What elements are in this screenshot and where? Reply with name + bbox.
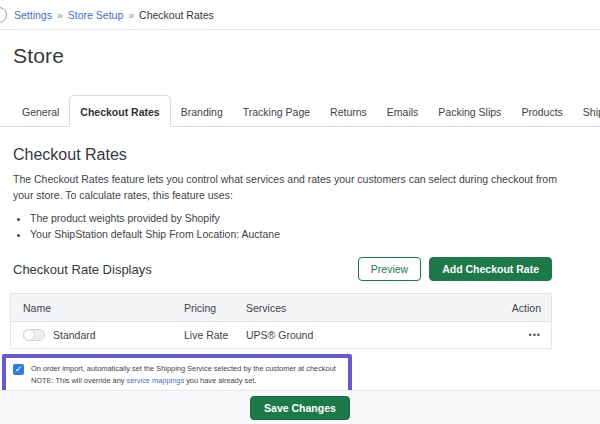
footer-bar: Save Changes <box>0 390 600 424</box>
note-suffix: you have already set. <box>184 376 256 385</box>
back-circle-icon[interactable] <box>0 7 7 23</box>
tab-checkout-rates[interactable]: Checkout Rates <box>69 95 170 127</box>
displays-heading: Checkout Rate Displays <box>13 262 152 277</box>
rate-enabled-toggle[interactable] <box>23 329 45 341</box>
rate-name: Standard <box>53 329 96 341</box>
rate-pricing: Live Rate <box>184 329 246 341</box>
tab-packing-slips[interactable]: Packing Slips <box>428 98 511 126</box>
column-header-pricing: Pricing <box>184 302 246 314</box>
displays-header-row: Checkout Rate Displays Preview Add Check… <box>10 257 552 281</box>
tab-shipping-services[interactable]: Shipping Services <box>573 98 600 126</box>
section-bullet-list: The product weights provided by Shopify … <box>30 210 600 242</box>
column-header-action: Action <box>481 302 541 314</box>
checkout-rates-table: Name Pricing Services Action Standard Li… <box>10 293 552 349</box>
note-prefix: NOTE: This will override any <box>31 376 127 385</box>
breadcrumb-separator: » <box>57 9 63 21</box>
tab-products[interactable]: Products <box>511 98 572 126</box>
rate-services: UPS® Ground <box>246 329 481 341</box>
breadcrumb-separator: » <box>128 9 134 21</box>
tab-returns[interactable]: Returns <box>320 98 377 126</box>
breadcrumb-store-setup[interactable]: Store Setup <box>68 9 123 21</box>
tab-tracking-page[interactable]: Tracking Page <box>233 98 320 126</box>
add-checkout-rate-button[interactable]: Add Checkout Rate <box>429 257 552 281</box>
bullet-ship-from-location: Your ShipStation default Ship From Locat… <box>30 226 600 242</box>
section-heading: Checkout Rates <box>13 146 600 164</box>
row-actions-menu-icon[interactable]: ••• <box>481 330 541 340</box>
auto-set-note: NOTE: This will override any service map… <box>31 375 336 387</box>
breadcrumb-current: Checkout Rates <box>139 9 214 21</box>
tab-general[interactable]: General <box>12 98 69 126</box>
auto-set-checkbox[interactable]: ✓ <box>13 364 24 375</box>
bullet-product-weights: The product weights provided by Shopify <box>30 210 600 226</box>
tab-branding[interactable]: Branding <box>171 98 233 126</box>
page-title: Store <box>13 44 600 68</box>
auto-set-label: On order import, automatically set the S… <box>31 363 336 375</box>
table-row: Standard Live Rate UPS® Ground ••• <box>11 322 551 348</box>
breadcrumb: Settings » Store Setup » Checkout Rates <box>0 0 600 30</box>
column-header-services: Services <box>246 302 481 314</box>
breadcrumb-settings[interactable]: Settings <box>14 9 52 21</box>
preview-button[interactable]: Preview <box>358 257 421 281</box>
column-header-name: Name <box>23 302 184 314</box>
toggle-knob <box>23 329 35 341</box>
table-header-row: Name Pricing Services Action <box>11 294 551 322</box>
save-changes-button[interactable]: Save Changes <box>250 396 350 420</box>
tab-bar: General Checkout Rates Branding Tracking… <box>0 95 600 127</box>
tab-emails[interactable]: Emails <box>377 98 429 126</box>
section-description: The Checkout Rates feature lets you cont… <box>13 171 580 203</box>
service-mappings-link[interactable]: service mappings <box>127 376 185 385</box>
